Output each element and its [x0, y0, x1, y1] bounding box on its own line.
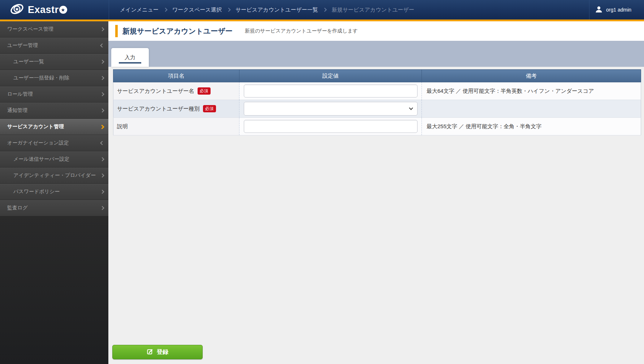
breadcrumb: メインメニュー ワークスペース選択 サービスアカウントユーザー一覧 新規サービス…	[109, 0, 589, 20]
page-title-bar: 新規サービスアカウントユーザー 新規のサービスアカウントユーザーを作成します	[108, 21, 644, 41]
chevron-right-icon	[100, 173, 104, 177]
user-icon	[595, 5, 603, 14]
sidebar-item-service-account-mgmt[interactable]: サービスアカウント管理	[0, 119, 108, 135]
chevron-right-icon	[163, 8, 167, 12]
chevron-right-icon	[100, 108, 104, 112]
remark-description: 最大255文字 ／ 使用可能文字：全角・半角文字	[422, 118, 641, 135]
exastro-swirl-icon	[9, 3, 25, 17]
chevron-up-icon	[100, 141, 104, 145]
page-subtitle: 新規のサービスアカウントユーザーを作成します	[245, 28, 358, 34]
title-accent-bar	[115, 25, 118, 37]
account-type-select[interactable]	[244, 102, 418, 116]
table-header-row: 項目名 設定値 備考	[113, 70, 641, 82]
column-header-value: 設定値	[239, 70, 422, 82]
brand-name: Exastr★	[28, 4, 67, 16]
remark-account-type	[422, 100, 641, 118]
chevron-right-icon	[100, 92, 104, 96]
sidebar-item-mail-server[interactable]: メール送信サーバー設定	[0, 151, 108, 168]
table-row: サービスアカウントユーザー種別必須	[113, 100, 641, 118]
tab-bar: 入力	[108, 41, 644, 67]
breadcrumb-workspace-select[interactable]: ワークスペース選択	[172, 6, 222, 13]
form-content: 項目名 設定値 備考 サービスアカウントユーザー名必須	[108, 67, 644, 364]
chevron-right-icon	[100, 157, 104, 161]
chevron-right-icon	[100, 190, 104, 194]
field-label-account-type: サービスアカウントユーザー種別	[117, 105, 200, 112]
breadcrumb-current-page: 新規サービスアカウントユーザー	[332, 6, 414, 13]
required-badge: 必須	[198, 87, 211, 95]
top-header: Exastr★ メインメニュー ワークスペース選択 サービスアカウントユーザー一…	[0, 0, 644, 20]
required-badge: 必須	[203, 105, 216, 112]
chevron-right-icon	[100, 125, 104, 129]
sidebar-item-identity-provider[interactable]: アイデンティティー・プロバイダー	[0, 168, 108, 184]
form-table: 項目名 設定値 備考 サービスアカウントユーザー名必須	[113, 69, 641, 135]
sidebar-filler	[0, 216, 108, 364]
sidebar-item-notification-mgmt[interactable]: 通知管理	[0, 103, 108, 119]
brand-logo[interactable]: Exastr★	[0, 0, 109, 20]
sidebar-nav: ワークスペース管理 ユーザー管理 ユーザー一覧 ユーザー一括登録・削除 ロール管…	[0, 21, 108, 364]
register-button[interactable]: 登録	[112, 345, 203, 359]
chevron-right-icon	[100, 60, 104, 64]
sidebar-item-user-list[interactable]: ユーザー一覧	[0, 54, 108, 70]
table-row: サービスアカウントユーザー名必須 最大64文字 ／ 使用可能文字：半角英数・ハイ…	[113, 82, 641, 100]
sidebar-item-user-mgmt[interactable]: ユーザー管理	[0, 38, 108, 54]
sidebar-item-user-bulk[interactable]: ユーザー一括登録・削除	[0, 70, 108, 86]
sidebar-item-workspace-mgmt[interactable]: ワークスペース管理	[0, 21, 108, 38]
chevron-right-icon	[323, 8, 327, 12]
tab-input[interactable]: 入力	[111, 48, 149, 67]
chevron-right-icon	[100, 76, 104, 80]
user-menu[interactable]: org1 admin	[589, 0, 644, 20]
table-row: 説明 最大255文字 ／ 使用可能文字：全角・半角文字	[113, 118, 641, 135]
sidebar-item-audit-log[interactable]: 監査ログ	[0, 200, 108, 216]
page-title: 新規サービスアカウントユーザー	[122, 26, 233, 36]
remark-account-name: 最大64文字 ／ 使用可能文字：半角英数・ハイフン・アンダースコア	[422, 82, 641, 100]
field-label-account-name: サービスアカウントユーザー名	[117, 88, 194, 94]
column-header-item: 項目名	[113, 70, 239, 82]
active-tab-indicator	[119, 62, 141, 64]
chevron-right-icon	[100, 206, 104, 210]
chevron-right-icon	[226, 8, 230, 12]
breadcrumb-service-account-list[interactable]: サービスアカウントユーザー一覧	[235, 6, 318, 13]
app-window: Exastr★ メインメニュー ワークスペース選択 サービスアカウントユーザー一…	[0, 0, 644, 364]
sidebar-item-password-policy[interactable]: パスワードポリシー	[0, 184, 108, 200]
breadcrumb-main-menu[interactable]: メインメニュー	[120, 6, 159, 13]
sidebar-item-role-mgmt[interactable]: ロール管理	[0, 86, 108, 103]
column-header-remark: 備考	[422, 70, 641, 82]
edit-pencil-icon	[147, 348, 154, 356]
user-name: org1 admin	[606, 7, 631, 13]
field-label-description: 説明	[117, 123, 128, 129]
description-input[interactable]	[244, 120, 418, 133]
chevron-up-icon	[100, 43, 104, 47]
account-name-input[interactable]	[244, 84, 418, 98]
logo-star-icon: ★	[59, 6, 67, 14]
sidebar-item-organization-settings[interactable]: オーガナイゼーション設定	[0, 135, 108, 151]
chevron-right-icon	[100, 27, 104, 31]
